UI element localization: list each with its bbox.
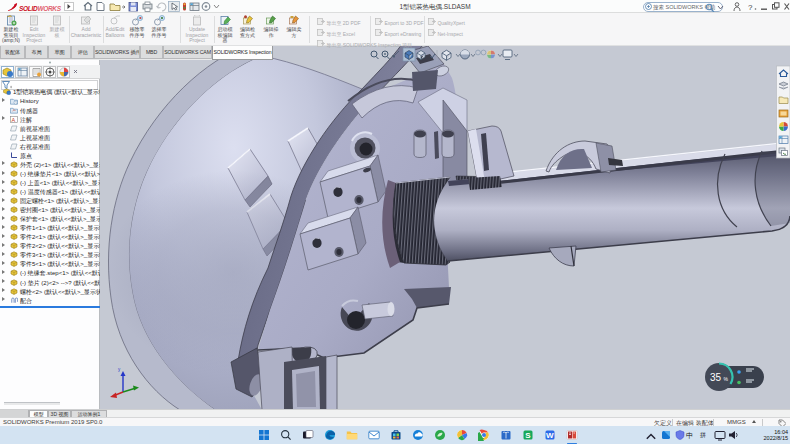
svg-text:%: % <box>724 376 729 382</box>
svg-text:?: ? <box>748 3 753 12</box>
svg-text:W: W <box>546 431 554 440</box>
svg-text:35: 35 <box>710 372 722 383</box>
svg-text:S: S <box>525 431 531 440</box>
svg-text:A: A <box>12 116 16 122</box>
